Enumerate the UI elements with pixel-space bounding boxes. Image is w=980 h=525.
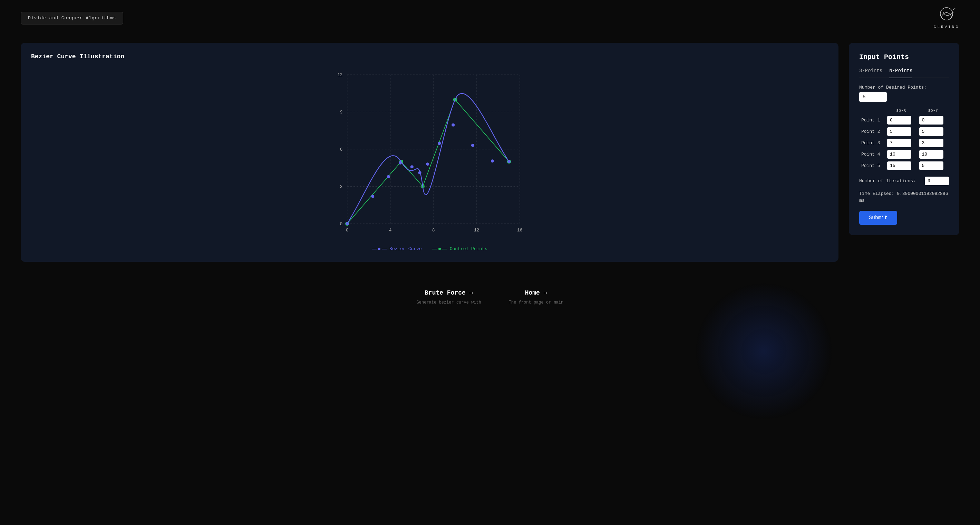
logo-icon (934, 7, 959, 24)
svg-point-31 (399, 162, 402, 165)
svg-text:6: 6 (340, 147, 343, 152)
iterations-row: Number of Iterations: (859, 177, 949, 185)
chart-legend: Bezier Curve Control Points (31, 246, 828, 251)
input-panel: Input Points 3-Points N-Points Number of… (849, 43, 959, 235)
svg-point-0 (940, 8, 953, 20)
footer-item-home: Home → The front page or main (509, 289, 563, 306)
legend-control: Control Points (432, 246, 487, 251)
table-row: Point 3 (859, 137, 949, 149)
chart-panel: Bezier Curve Illustration .grid-line { s… (21, 43, 838, 262)
svg-point-37 (471, 144, 474, 147)
svg-text:12: 12 (474, 228, 479, 233)
svg-point-39 (508, 160, 511, 163)
svg-text:0: 0 (346, 228, 348, 233)
main-content: Bezier Curve Illustration .grid-line { s… (0, 36, 980, 269)
nav-title-button[interactable]: Divide and Conquer Algorithms (21, 12, 123, 24)
brute-force-link[interactable]: Brute Force → (417, 289, 481, 296)
home-link[interactable]: Home → (509, 289, 563, 296)
legend-control-label: Control Points (450, 246, 487, 251)
iterations-label: Number of Iterations: (859, 178, 921, 184)
svg-point-28 (345, 222, 348, 225)
point-label-4: Point 4 (859, 149, 885, 160)
footer-item-brute-force: Brute Force → Generate bezier curve with (417, 289, 481, 306)
iterations-input[interactable] (925, 177, 949, 185)
point-4-x-input[interactable] (887, 150, 911, 159)
svg-point-38 (491, 159, 494, 162)
desired-points-group: Number of Desired Points: (859, 85, 949, 102)
point-2-x-input[interactable] (887, 127, 911, 136)
col-point-header (859, 107, 885, 114)
chart-title: Bezier Curve Illustration (31, 53, 828, 60)
legend-bezier-label: Bezier Curve (390, 246, 422, 251)
svg-text:12: 12 (337, 73, 342, 78)
svg-point-33 (418, 171, 422, 174)
svg-point-35 (438, 142, 441, 145)
point-2-y-input[interactable] (919, 127, 943, 136)
legend-bezier: Bezier Curve (372, 246, 422, 251)
desired-points-input[interactable] (859, 92, 887, 102)
svg-text:8: 8 (432, 228, 435, 233)
svg-text:9: 9 (340, 110, 343, 115)
header: Divide and Conquer Algorithms CLRVING (0, 0, 980, 36)
logo-area: CLRVING (934, 7, 959, 29)
svg-point-29 (371, 195, 374, 198)
footer-nav: Brute Force → Generate bezier curve with… (0, 269, 980, 319)
time-elapsed: Time Elapsed: 0.30000001192092896 ms (859, 190, 949, 204)
point-label-2: Point 2 (859, 126, 885, 137)
table-row: Point 2 (859, 126, 949, 137)
table-row: Point 5 (859, 160, 949, 171)
svg-point-30 (387, 175, 390, 178)
panel-title: Input Points (859, 53, 949, 61)
point-label-1: Point 1 (859, 114, 885, 126)
home-desc: The front page or main (509, 300, 563, 305)
tab-bar: 3-Points N-Points (859, 68, 949, 78)
point-label-3: Point 3 (859, 137, 885, 149)
tab-npoints[interactable]: N-Points (889, 68, 912, 78)
col-x-header: sb-X (885, 107, 917, 114)
table-row: Point 4 (859, 149, 949, 160)
svg-text:16: 16 (517, 228, 522, 233)
svg-text:4: 4 (389, 228, 392, 233)
table-row: Point 1 (859, 114, 949, 126)
point-3-y-input[interactable] (919, 139, 943, 147)
desired-points-label: Number of Desired Points: (859, 85, 949, 90)
bezier-chart: .grid-line { stroke: #ffffff22; stroke-w… (31, 67, 828, 240)
point-3-x-input[interactable] (887, 139, 911, 147)
logo-text: CLRVING (934, 25, 959, 29)
point-4-y-input[interactable] (919, 150, 943, 159)
point-1-y-input[interactable] (919, 116, 943, 125)
svg-text:0: 0 (340, 222, 343, 227)
svg-point-34 (426, 162, 429, 166)
point-1-x-input[interactable] (887, 116, 911, 125)
tab-3points[interactable]: 3-Points (859, 68, 882, 75)
submit-button[interactable]: Submit (859, 211, 897, 225)
svg-text:3: 3 (340, 184, 343, 189)
chart-container: .grid-line { stroke: #ffffff22; stroke-w… (31, 67, 828, 241)
col-y-header: sb-Y (917, 107, 949, 114)
svg-line-1 (953, 8, 955, 10)
point-5-y-input[interactable] (919, 162, 943, 170)
point-label-5: Point 5 (859, 160, 885, 171)
svg-point-36 (452, 124, 455, 127)
svg-point-32 (410, 165, 414, 168)
point-5-x-input[interactable] (887, 162, 911, 170)
points-table: sb-X sb-Y Point 1 Point 2 Point 3 Point … (859, 107, 949, 171)
brute-force-desc: Generate bezier curve with (417, 300, 481, 305)
